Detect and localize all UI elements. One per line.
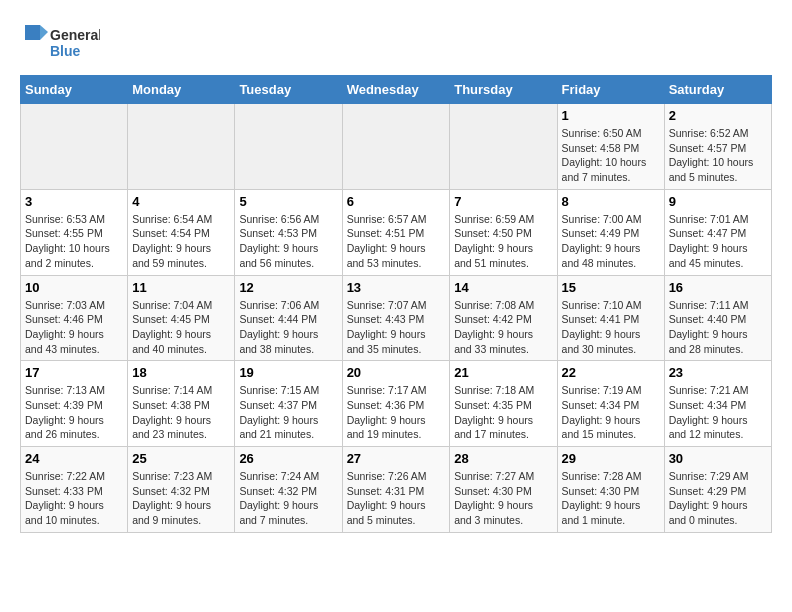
- weekday-header: Thursday: [450, 76, 557, 104]
- calendar-cell: 26Sunrise: 7:24 AM Sunset: 4:32 PM Dayli…: [235, 447, 342, 533]
- day-info: Sunrise: 7:24 AM Sunset: 4:32 PM Dayligh…: [239, 469, 337, 528]
- calendar-cell: [128, 104, 235, 190]
- day-info: Sunrise: 7:11 AM Sunset: 4:40 PM Dayligh…: [669, 298, 767, 357]
- day-number: 19: [239, 365, 337, 380]
- calendar-cell: 7Sunrise: 6:59 AM Sunset: 4:50 PM Daylig…: [450, 189, 557, 275]
- calendar-cell: 30Sunrise: 7:29 AM Sunset: 4:29 PM Dayli…: [664, 447, 771, 533]
- calendar-table: SundayMondayTuesdayWednesdayThursdayFrid…: [20, 75, 772, 533]
- day-info: Sunrise: 6:53 AM Sunset: 4:55 PM Dayligh…: [25, 212, 123, 271]
- weekday-header: Sunday: [21, 76, 128, 104]
- calendar-cell: 2Sunrise: 6:52 AM Sunset: 4:57 PM Daylig…: [664, 104, 771, 190]
- day-number: 30: [669, 451, 767, 466]
- svg-text:General: General: [50, 27, 100, 43]
- day-number: 13: [347, 280, 446, 295]
- day-info: Sunrise: 7:01 AM Sunset: 4:47 PM Dayligh…: [669, 212, 767, 271]
- day-number: 6: [347, 194, 446, 209]
- calendar-cell: 28Sunrise: 7:27 AM Sunset: 4:30 PM Dayli…: [450, 447, 557, 533]
- day-info: Sunrise: 6:54 AM Sunset: 4:54 PM Dayligh…: [132, 212, 230, 271]
- calendar-cell: 13Sunrise: 7:07 AM Sunset: 4:43 PM Dayli…: [342, 275, 450, 361]
- day-number: 8: [562, 194, 660, 209]
- calendar-cell: 19Sunrise: 7:15 AM Sunset: 4:37 PM Dayli…: [235, 361, 342, 447]
- calendar-cell: 3Sunrise: 6:53 AM Sunset: 4:55 PM Daylig…: [21, 189, 128, 275]
- calendar-cell: 5Sunrise: 6:56 AM Sunset: 4:53 PM Daylig…: [235, 189, 342, 275]
- day-info: Sunrise: 6:57 AM Sunset: 4:51 PM Dayligh…: [347, 212, 446, 271]
- day-info: Sunrise: 7:03 AM Sunset: 4:46 PM Dayligh…: [25, 298, 123, 357]
- svg-marker-0: [25, 25, 40, 40]
- calendar-cell: 4Sunrise: 6:54 AM Sunset: 4:54 PM Daylig…: [128, 189, 235, 275]
- day-number: 7: [454, 194, 552, 209]
- day-info: Sunrise: 6:52 AM Sunset: 4:57 PM Dayligh…: [669, 126, 767, 185]
- day-info: Sunrise: 7:23 AM Sunset: 4:32 PM Dayligh…: [132, 469, 230, 528]
- day-info: Sunrise: 7:18 AM Sunset: 4:35 PM Dayligh…: [454, 383, 552, 442]
- day-info: Sunrise: 7:06 AM Sunset: 4:44 PM Dayligh…: [239, 298, 337, 357]
- calendar-week-row: 3Sunrise: 6:53 AM Sunset: 4:55 PM Daylig…: [21, 189, 772, 275]
- day-info: Sunrise: 7:10 AM Sunset: 4:41 PM Dayligh…: [562, 298, 660, 357]
- day-number: 18: [132, 365, 230, 380]
- calendar-cell: 1Sunrise: 6:50 AM Sunset: 4:58 PM Daylig…: [557, 104, 664, 190]
- day-number: 10: [25, 280, 123, 295]
- calendar-week-row: 24Sunrise: 7:22 AM Sunset: 4:33 PM Dayli…: [21, 447, 772, 533]
- day-number: 22: [562, 365, 660, 380]
- day-info: Sunrise: 6:59 AM Sunset: 4:50 PM Dayligh…: [454, 212, 552, 271]
- calendar-cell: 27Sunrise: 7:26 AM Sunset: 4:31 PM Dayli…: [342, 447, 450, 533]
- day-number: 15: [562, 280, 660, 295]
- day-info: Sunrise: 7:17 AM Sunset: 4:36 PM Dayligh…: [347, 383, 446, 442]
- logo-svg: GeneralBlue: [20, 20, 100, 65]
- day-info: Sunrise: 7:15 AM Sunset: 4:37 PM Dayligh…: [239, 383, 337, 442]
- calendar-week-row: 1Sunrise: 6:50 AM Sunset: 4:58 PM Daylig…: [21, 104, 772, 190]
- day-info: Sunrise: 7:28 AM Sunset: 4:30 PM Dayligh…: [562, 469, 660, 528]
- calendar-cell: 11Sunrise: 7:04 AM Sunset: 4:45 PM Dayli…: [128, 275, 235, 361]
- day-number: 4: [132, 194, 230, 209]
- day-info: Sunrise: 7:26 AM Sunset: 4:31 PM Dayligh…: [347, 469, 446, 528]
- weekday-header: Monday: [128, 76, 235, 104]
- calendar-cell: [21, 104, 128, 190]
- calendar-cell: 6Sunrise: 6:57 AM Sunset: 4:51 PM Daylig…: [342, 189, 450, 275]
- day-info: Sunrise: 7:14 AM Sunset: 4:38 PM Dayligh…: [132, 383, 230, 442]
- day-number: 14: [454, 280, 552, 295]
- day-number: 12: [239, 280, 337, 295]
- calendar-cell: 18Sunrise: 7:14 AM Sunset: 4:38 PM Dayli…: [128, 361, 235, 447]
- day-number: 11: [132, 280, 230, 295]
- day-number: 16: [669, 280, 767, 295]
- svg-text:Blue: Blue: [50, 43, 81, 59]
- weekday-header: Wednesday: [342, 76, 450, 104]
- day-info: Sunrise: 7:08 AM Sunset: 4:42 PM Dayligh…: [454, 298, 552, 357]
- day-number: 26: [239, 451, 337, 466]
- day-info: Sunrise: 7:19 AM Sunset: 4:34 PM Dayligh…: [562, 383, 660, 442]
- day-info: Sunrise: 7:27 AM Sunset: 4:30 PM Dayligh…: [454, 469, 552, 528]
- day-info: Sunrise: 7:22 AM Sunset: 4:33 PM Dayligh…: [25, 469, 123, 528]
- calendar-cell: [450, 104, 557, 190]
- calendar-cell: 23Sunrise: 7:21 AM Sunset: 4:34 PM Dayli…: [664, 361, 771, 447]
- calendar-cell: 8Sunrise: 7:00 AM Sunset: 4:49 PM Daylig…: [557, 189, 664, 275]
- day-number: 28: [454, 451, 552, 466]
- day-info: Sunrise: 6:56 AM Sunset: 4:53 PM Dayligh…: [239, 212, 337, 271]
- calendar-cell: [342, 104, 450, 190]
- calendar-cell: 14Sunrise: 7:08 AM Sunset: 4:42 PM Dayli…: [450, 275, 557, 361]
- day-info: Sunrise: 7:04 AM Sunset: 4:45 PM Dayligh…: [132, 298, 230, 357]
- calendar-cell: 22Sunrise: 7:19 AM Sunset: 4:34 PM Dayli…: [557, 361, 664, 447]
- calendar-cell: 21Sunrise: 7:18 AM Sunset: 4:35 PM Dayli…: [450, 361, 557, 447]
- weekday-header-row: SundayMondayTuesdayWednesdayThursdayFrid…: [21, 76, 772, 104]
- weekday-header: Friday: [557, 76, 664, 104]
- day-number: 2: [669, 108, 767, 123]
- calendar-cell: 15Sunrise: 7:10 AM Sunset: 4:41 PM Dayli…: [557, 275, 664, 361]
- calendar-week-row: 17Sunrise: 7:13 AM Sunset: 4:39 PM Dayli…: [21, 361, 772, 447]
- weekday-header: Saturday: [664, 76, 771, 104]
- day-number: 17: [25, 365, 123, 380]
- day-number: 24: [25, 451, 123, 466]
- day-number: 25: [132, 451, 230, 466]
- day-info: Sunrise: 6:50 AM Sunset: 4:58 PM Dayligh…: [562, 126, 660, 185]
- day-number: 27: [347, 451, 446, 466]
- day-number: 9: [669, 194, 767, 209]
- calendar-cell: 12Sunrise: 7:06 AM Sunset: 4:44 PM Dayli…: [235, 275, 342, 361]
- calendar-cell: 29Sunrise: 7:28 AM Sunset: 4:30 PM Dayli…: [557, 447, 664, 533]
- day-number: 1: [562, 108, 660, 123]
- day-number: 23: [669, 365, 767, 380]
- calendar-week-row: 10Sunrise: 7:03 AM Sunset: 4:46 PM Dayli…: [21, 275, 772, 361]
- day-info: Sunrise: 7:07 AM Sunset: 4:43 PM Dayligh…: [347, 298, 446, 357]
- logo: GeneralBlue: [20, 20, 100, 65]
- calendar-cell: 9Sunrise: 7:01 AM Sunset: 4:47 PM Daylig…: [664, 189, 771, 275]
- day-number: 3: [25, 194, 123, 209]
- header: GeneralBlue: [20, 20, 772, 65]
- day-number: 29: [562, 451, 660, 466]
